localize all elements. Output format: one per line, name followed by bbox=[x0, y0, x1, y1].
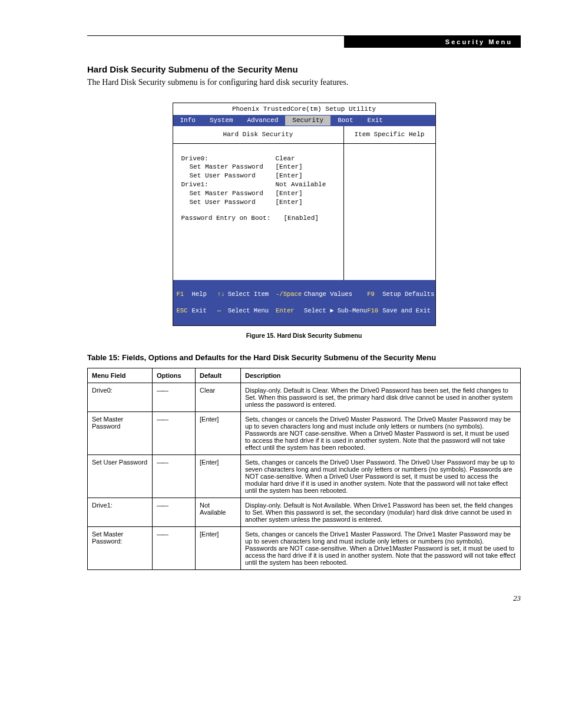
table-title: Table 15: Fields, Options and Defaults f… bbox=[87, 353, 521, 362]
cell-options bbox=[153, 498, 196, 527]
bios-row: Set Master Password[Enter] bbox=[181, 163, 341, 172]
section-header-bar: Security Menu bbox=[344, 36, 521, 48]
figure-caption: Figure 15. Hard Disk Security Submenu bbox=[87, 332, 521, 339]
key-f9: F9 bbox=[367, 290, 382, 298]
key-change-values-label: Change Values bbox=[304, 291, 352, 298]
cell-default: [Enter] bbox=[196, 412, 241, 455]
key-select-item-label: Select Item bbox=[228, 291, 269, 298]
bios-menu-bar: Info System Advanced Security Boot Exit bbox=[173, 115, 435, 126]
cell-options bbox=[153, 412, 196, 455]
cell-menu-field: Drive1: bbox=[88, 498, 153, 527]
bios-row: Set User Password[Enter] bbox=[181, 198, 341, 207]
bios-title: Phoenix TrustedCore(tm) Setup Utility bbox=[173, 103, 435, 115]
cell-menu-field: Drive0: bbox=[88, 383, 153, 412]
bios-help-body bbox=[344, 144, 435, 280]
page-number: 23 bbox=[87, 594, 521, 603]
bios-left-title: Hard Disk Security bbox=[173, 126, 343, 144]
table-header-row: Menu Field Options Default Description bbox=[88, 368, 521, 383]
th-default: Default bbox=[196, 368, 241, 383]
th-description: Description bbox=[241, 368, 521, 383]
bios-row: Drive1:Not Available bbox=[181, 180, 341, 189]
bios-row: Password Entry on Boot:[Enabled] bbox=[181, 214, 341, 223]
cell-description: Sets, changes or cancels the Drive0 User… bbox=[241, 455, 521, 498]
table-row: Drive0:ClearDisplay-only. Default is Cle… bbox=[88, 383, 521, 412]
key-save-exit-label: Save and Exit bbox=[382, 307, 431, 314]
th-menu-field: Menu Field bbox=[88, 368, 153, 383]
table-row: Set Master Password[Enter]Sets, changes … bbox=[88, 412, 521, 455]
table-row: Drive1:Not AvailableDisplay-only. Defaul… bbox=[88, 498, 521, 527]
cell-description: Sets, changes or cancels the Drive0 Mast… bbox=[241, 412, 521, 455]
bios-menu-advanced[interactable]: Advanced bbox=[240, 116, 286, 126]
key-f1: F1 bbox=[177, 290, 192, 298]
cell-menu-field: Set Master Password bbox=[88, 412, 153, 455]
cell-default: [Enter] bbox=[196, 455, 241, 498]
key-esc: ESC bbox=[177, 307, 192, 315]
bios-menu-system[interactable]: System bbox=[203, 116, 240, 126]
bios-row: Set User Password[Enter] bbox=[181, 172, 341, 180]
table-row: Set Master Password:[Enter]Sets, changes… bbox=[88, 527, 521, 570]
bios-footer: F1Help ESCExit ↑↓Select Item ↔Select Men… bbox=[173, 280, 435, 326]
cell-description: Display-only. Default is Not Available. … bbox=[241, 498, 521, 527]
intro-text: The Hard Disk Security submenu is for co… bbox=[87, 78, 521, 87]
bios-right-title: Item Specific Help bbox=[344, 126, 435, 144]
table-row: Set User Password[Enter]Sets, changes or… bbox=[88, 455, 521, 498]
key-select-menu-label: Select Menu bbox=[228, 307, 269, 314]
key-leftright: ↔ bbox=[217, 307, 228, 315]
cell-default: Not Available bbox=[196, 498, 241, 527]
cell-options bbox=[153, 383, 196, 412]
cell-default: Clear bbox=[196, 383, 241, 412]
bios-menu-info[interactable]: Info bbox=[173, 116, 203, 126]
bios-window: Phoenix TrustedCore(tm) Setup Utility In… bbox=[173, 103, 436, 326]
cell-description: Display-only. Default is Clear. When the… bbox=[241, 383, 521, 412]
bios-menu-boot[interactable]: Boot bbox=[330, 116, 360, 126]
fields-table: Menu Field Options Default Description D… bbox=[87, 368, 521, 570]
key-enter: Enter bbox=[276, 307, 304, 315]
cell-menu-field: Set Master Password: bbox=[88, 527, 153, 570]
bios-menu-exit[interactable]: Exit bbox=[361, 116, 390, 126]
key-help-label: Help bbox=[192, 291, 207, 298]
cell-description: Sets, changes or cancels the Drive1 Mast… bbox=[241, 527, 521, 570]
key-space: -/Space bbox=[276, 290, 304, 298]
cell-options bbox=[153, 527, 196, 570]
key-select-submenu-label: Select ► Sub-Menu bbox=[304, 307, 367, 314]
key-f10: F10 bbox=[367, 307, 382, 315]
bios-body: Drive0:Clear Set Master Password[Enter] … bbox=[173, 144, 343, 280]
th-options: Options bbox=[153, 368, 196, 383]
cell-options bbox=[153, 455, 196, 498]
bios-row: Drive0:Clear bbox=[181, 154, 341, 163]
cell-default: [Enter] bbox=[196, 527, 241, 570]
cell-menu-field: Set User Password bbox=[88, 455, 153, 498]
key-updown: ↑↓ bbox=[217, 290, 228, 298]
bios-menu-security[interactable]: Security bbox=[285, 116, 330, 126]
bios-row: Set Master Password[Enter] bbox=[181, 189, 341, 198]
page-heading: Hard Disk Security Submenu of the Securi… bbox=[87, 64, 521, 74]
key-exit-label: Exit bbox=[192, 307, 207, 314]
key-setup-defaults-label: Setup Defaults bbox=[382, 291, 434, 298]
